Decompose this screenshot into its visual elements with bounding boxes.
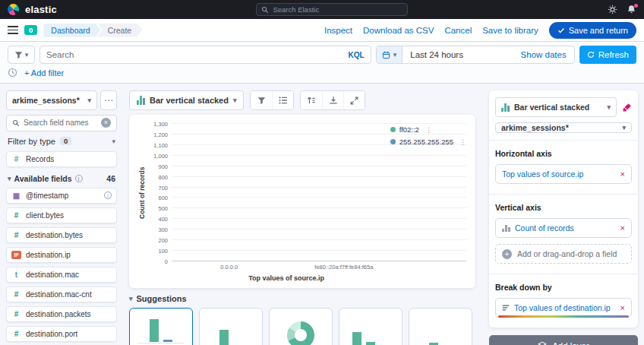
- saved-query-menu-button[interactable]: ▾: [8, 46, 35, 64]
- chart-type-switch[interactable]: Bar vertical stacked ▾: [129, 90, 244, 110]
- menu-icon[interactable]: [8, 26, 18, 34]
- sort-button[interactable]: [301, 91, 322, 109]
- suggestion-thumbnail: [130, 309, 192, 345]
- legend-actions-icon[interactable]: ⋮: [425, 126, 432, 134]
- filter-by-type-button[interactable]: Filter by type 0 ▾: [6, 136, 117, 147]
- elastic-logo[interactable]: [8, 4, 19, 15]
- remove-dimension-icon[interactable]: ×: [620, 303, 625, 312]
- vertical-axis-dimension[interactable]: Count of records ×: [495, 218, 632, 238]
- nav-action-2[interactable]: Cancel: [444, 26, 472, 35]
- field-item[interactable]: IPdestination.ip: [6, 247, 117, 263]
- horizontal-axis-dimension[interactable]: Top values of source.ip ×: [495, 164, 632, 184]
- settings-icon[interactable]: [608, 5, 617, 14]
- chevron-down-icon: ▾: [233, 97, 237, 104]
- global-search-input[interactable]: [273, 5, 402, 14]
- index-pattern-menu-button[interactable]: ⋯: [100, 90, 117, 110]
- layer-index-pattern-select[interactable]: arkime_sessions* ▾: [495, 122, 632, 133]
- add-filter-button[interactable]: + Add filter: [24, 68, 64, 78]
- available-fields-label: Available fields: [14, 174, 72, 183]
- download-button[interactable]: [322, 91, 343, 109]
- bands: [172, 124, 378, 261]
- field-item[interactable]: #client.bytes: [6, 207, 117, 223]
- remove-dimension-icon[interactable]: ×: [620, 223, 625, 233]
- field-name: Records: [26, 155, 54, 163]
- legend-label: 255.255.255.255: [399, 138, 453, 146]
- vertical-axis-label: Vertical axis: [495, 203, 632, 212]
- field-item[interactable]: #destination.port: [6, 326, 117, 342]
- legend-item[interactable]: ff02::2⋮: [390, 125, 466, 134]
- category-band: [275, 124, 378, 261]
- nav-action-1[interactable]: Download as CSV: [363, 26, 434, 35]
- field-search: ×: [6, 115, 117, 131]
- clear-layer-icon[interactable]: [622, 103, 632, 112]
- notifications-icon[interactable]: [627, 5, 636, 14]
- global-search[interactable]: [256, 3, 408, 16]
- field-item[interactable]: #destination.bytes: [6, 227, 117, 243]
- query-search-input[interactable]: [46, 50, 343, 59]
- y-tick-label: 600: [158, 195, 168, 201]
- save-and-return-label: Save and return: [569, 26, 628, 35]
- y-tick-label: 1,000: [153, 152, 168, 159]
- field-item[interactable]: #destination.packets: [6, 306, 117, 322]
- chevron-down-icon: ▾: [607, 103, 611, 111]
- expand-button[interactable]: [343, 91, 365, 109]
- legend-item[interactable]: 255.255.255.255⋮: [390, 138, 466, 146]
- notification-dot: [634, 4, 638, 8]
- legend-label: ff02::2: [399, 125, 419, 134]
- suggestions-header[interactable]: ▾ Suggestions: [129, 293, 475, 303]
- show-dates-button[interactable]: Show dates: [513, 50, 574, 59]
- time-range-value[interactable]: Last 24 hours: [402, 50, 513, 59]
- y-tick-label: 1,300: [153, 121, 168, 128]
- time-field-icon: i: [104, 191, 112, 199]
- drop-zone-label: Add or drag-and-drop a field: [517, 249, 617, 258]
- nav-action-3[interactable]: Save to library: [482, 26, 538, 35]
- legend-options-button[interactable]: [272, 91, 293, 109]
- suggestion-card[interactable]: [409, 308, 472, 345]
- y-axis-title: Count of records: [138, 124, 149, 261]
- filter-icon: [257, 97, 266, 105]
- legend-color-dot: [390, 139, 396, 144]
- data-panel: arkime_sessions* ▾ ⋯ × Filter by type 0 …: [0, 84, 122, 345]
- refresh-button[interactable]: Refresh: [579, 46, 636, 64]
- suggestion-card-current[interactable]: Current visualization: [129, 308, 193, 345]
- suggestion-card[interactable]: [199, 308, 263, 345]
- suggestion-card[interactable]: [339, 308, 402, 345]
- chevron-down-icon: ▾: [87, 97, 91, 104]
- y-tick-label: 1,200: [153, 131, 168, 138]
- add-field-drop-zone[interactable]: + Add or drag-and-drop a field: [495, 244, 632, 264]
- suggestion-card[interactable]: [269, 308, 333, 345]
- add-layer-button[interactable]: Add layer: [489, 335, 638, 345]
- clock-icon[interactable]: [8, 68, 17, 78]
- toolbar-group-axes: [300, 90, 365, 110]
- category-band: [172, 124, 275, 261]
- available-fields-header[interactable]: ▾ Available fields i 46: [6, 172, 117, 183]
- field-search-input[interactable]: [24, 119, 97, 127]
- nav-action-0[interactable]: Inspect: [324, 26, 352, 35]
- field-name: destination.mac: [26, 271, 79, 279]
- dimension-label: Count of records: [515, 223, 574, 233]
- breakdown-dimension[interactable]: Top values of destination.ip ×: [495, 298, 632, 318]
- layer-chart-type-select[interactable]: Bar vertical stacked ▾: [495, 97, 617, 117]
- legend-actions-icon[interactable]: ⋮: [459, 138, 466, 146]
- breadcrumb-create: Create: [97, 24, 143, 37]
- refresh-icon: [587, 51, 595, 59]
- save-and-return-button[interactable]: Save and return: [549, 22, 636, 39]
- x-axis: 0.0.0.0fe80::20a:f7ff:fe84:f65a: [172, 261, 401, 271]
- field-item[interactable]: tdestination.mac: [6, 267, 117, 283]
- remove-dimension-icon[interactable]: ×: [620, 169, 625, 179]
- suggestion-thumbnail: [270, 309, 332, 345]
- field-item-records[interactable]: # Records: [6, 151, 117, 167]
- kql-language-button[interactable]: KQL: [343, 51, 365, 59]
- number-field-icon: #: [11, 310, 21, 318]
- visual-options-button[interactable]: [251, 91, 272, 109]
- field-item[interactable]: ▦@timestampi: [6, 188, 117, 204]
- field-name: @timestamp: [26, 191, 68, 200]
- chevron-down-icon: ▾: [112, 138, 115, 145]
- y-tick-label: 100: [158, 248, 168, 255]
- time-picker-quick-menu[interactable]: ▾: [377, 46, 403, 63]
- clear-search-icon[interactable]: ×: [101, 118, 111, 128]
- breadcrumb-dashboard[interactable]: Dashboard: [43, 24, 100, 37]
- index-pattern-select[interactable]: arkime_sessions* ▾: [6, 90, 97, 110]
- field-item[interactable]: #destination.mac-cnt: [6, 286, 117, 302]
- chevron-down-icon: ▾: [393, 51, 397, 59]
